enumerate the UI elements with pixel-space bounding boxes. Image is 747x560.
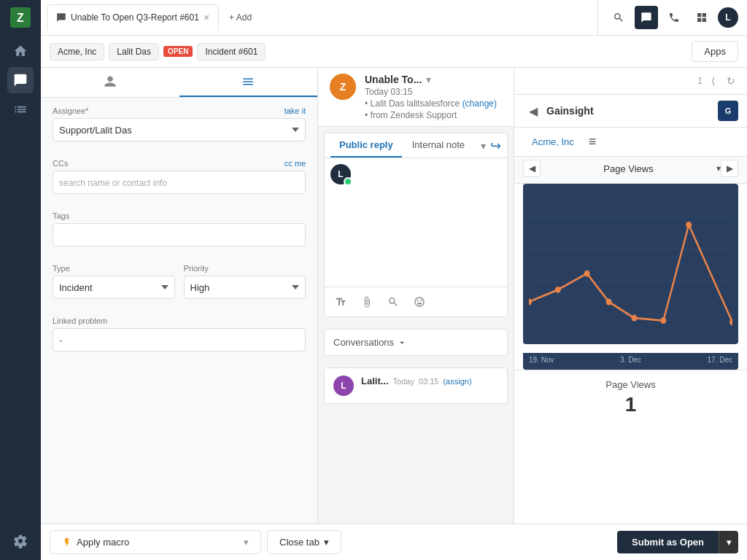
nav-settings-icon[interactable]: [7, 528, 34, 554]
svg-point-10: [631, 315, 637, 322]
breadcrumb-agent[interactable]: Lalit Das: [109, 43, 159, 61]
phone-button[interactable]: [662, 6, 686, 29]
ccs-input[interactable]: [53, 171, 306, 194]
linked-problem-section: Linked problem -: [41, 308, 317, 360]
conversations-section: Conversations: [324, 329, 508, 356]
page-views-label: Page Views: [523, 379, 738, 390]
ticket-sidebar: Assignee* take it Support/Lalit Das CCs …: [41, 68, 318, 524]
add-tab-button[interactable]: + Add: [222, 9, 259, 26]
breadcrumb-toolbar: Acme, Inc Lalit Das OPEN Incident #601 A…: [41, 36, 747, 68]
panel-title: Gainsight: [546, 105, 715, 117]
apps-button[interactable]: Apps: [692, 41, 738, 62]
sidebar-tab-info[interactable]: [179, 68, 318, 97]
chart-x-labels: 19. Nov 3. Dec 17. Dec: [523, 353, 738, 370]
text-format-button[interactable]: [330, 292, 351, 312]
panel-top-row: 1 ⟨ ↻: [514, 68, 747, 95]
panel-collapse-button[interactable]: ⟨: [708, 72, 718, 90]
nav-home-icon[interactable]: [7, 38, 34, 64]
right-panel: 1 ⟨ ↻ ◀ Gainsight G Acme, Inc ≡ ◀ Page V…: [514, 68, 747, 524]
chat-button[interactable]: [635, 6, 658, 29]
tags-input[interactable]: [53, 223, 306, 246]
close-tab-label: Close tab: [279, 537, 320, 548]
assignee-label: Assignee* take it: [53, 106, 306, 115]
conversations-label: Conversations: [333, 337, 394, 348]
panel-refresh-button[interactable]: ↻: [724, 72, 738, 90]
panel-menu-button[interactable]: ≡: [583, 131, 603, 152]
reply-options-button[interactable]: ▾: [481, 140, 486, 152]
left-navigation: Z: [0, 0, 41, 560]
tab-close-icon[interactable]: ×: [204, 12, 209, 23]
close-tab-dropdown-icon: ▾: [324, 537, 329, 548]
reply-avatar: L: [330, 164, 351, 184]
chart-label-nov: 19. Nov: [529, 356, 554, 364]
breadcrumb-company[interactable]: Acme, Inc: [50, 43, 104, 61]
type-select[interactable]: Incident Question Problem Task: [53, 276, 175, 299]
app-logo: Z: [9, 6, 32, 29]
priority-label: Priority: [184, 264, 306, 273]
last-message: L Lalit... Today 03:15 (assign): [324, 368, 508, 404]
panel-company-name[interactable]: Acme, Inc: [523, 131, 583, 153]
sender-avatar: Z: [330, 74, 356, 100]
expand-message-button[interactable]: ▾: [426, 74, 431, 85]
svg-point-7: [555, 287, 561, 293]
submit-section: Submit as Open ▾: [617, 531, 738, 553]
submit-dropdown-button[interactable]: ▾: [719, 531, 738, 553]
message-time2: 03:15: [419, 377, 439, 386]
nav-reporting-icon[interactable]: [7, 96, 34, 122]
reply-body[interactable]: [357, 164, 501, 281]
reply-actions: ▾ ↩: [481, 133, 501, 158]
submit-button[interactable]: Submit as Open: [617, 531, 719, 553]
linked-problem-label: Linked problem: [53, 316, 306, 325]
message-time: Today: [393, 377, 414, 386]
message-content: Lalit... Today 03:15 (assign): [361, 376, 472, 396]
chart-prev-button[interactable]: ◀: [523, 160, 541, 177]
emoji-button[interactable]: [409, 292, 430, 312]
cc-me-link[interactable]: cc me: [285, 159, 306, 168]
apply-macro-button[interactable]: Apply macro ▾: [50, 530, 261, 554]
chart-label-dec17: 17. Dec: [708, 356, 732, 364]
macro-dropdown-icon: ▾: [244, 537, 249, 548]
conversations-toggle[interactable]: Conversations: [333, 337, 498, 348]
add-tab-label: + Add: [229, 12, 252, 23]
submit-label: Submit as Open: [632, 537, 704, 548]
reply-forward-button[interactable]: ↩: [490, 138, 501, 154]
type-field: Type Incident Question Problem Task: [53, 264, 175, 299]
take-it-link[interactable]: take it: [285, 106, 306, 115]
chart-label-dec3: 3. Dec: [620, 356, 641, 364]
breadcrumb-ticket[interactable]: Incident #601: [197, 43, 266, 61]
ticket-tab[interactable]: Unable To Open Q3-Report #601 ×: [47, 4, 219, 31]
page-views-chart: [523, 184, 738, 344]
priority-select[interactable]: Low Normal High Urgent: [184, 276, 306, 299]
gainsight-header: ◀ Gainsight G: [514, 95, 747, 128]
sidebar-tabs: [41, 68, 317, 98]
sender-name: Lalit Das: [371, 98, 405, 109]
attachment-button[interactable]: [357, 292, 377, 312]
tags-section: Tags: [41, 203, 317, 255]
user-avatar[interactable]: L: [718, 7, 738, 28]
svg-point-12: [686, 222, 692, 228]
panel-prev-button[interactable]: ◀: [523, 101, 543, 121]
reply-toolbar: [325, 287, 507, 316]
message-source: • from Zendesk Support: [365, 110, 497, 120]
internal-note-tab[interactable]: Internal note: [403, 133, 473, 158]
public-reply-tab[interactable]: Public reply: [330, 133, 402, 158]
linked-problem-value[interactable]: -: [53, 328, 306, 351]
ticket-subject: Unable To...: [365, 74, 422, 85]
search-button[interactable]: [607, 6, 630, 29]
main-area: Unable To Open Q3-Report #601 × + Add L: [41, 0, 747, 560]
nav-tickets-icon[interactable]: [7, 67, 34, 93]
sidebar-tab-user[interactable]: [41, 68, 179, 97]
svg-point-13: [729, 319, 732, 325]
change-link[interactable]: (change): [462, 98, 497, 109]
assign-link[interactable]: (assign): [443, 377, 471, 386]
message-info: Unable To... ▾ Today 03:15 • Lalit Das l…: [365, 74, 497, 120]
ccs-label: CCs cc me: [53, 159, 306, 168]
chart-next-button[interactable]: ▶: [721, 160, 738, 177]
message-sender: Lalit...: [361, 376, 389, 386]
assignee-select[interactable]: Support/Lalit Das: [53, 118, 306, 141]
search-kb-button[interactable]: [383, 292, 403, 312]
grid-button[interactable]: [690, 6, 713, 29]
reply-tabs: Public reply Internal note ▾ ↩: [325, 133, 507, 158]
close-tab-button[interactable]: Close tab ▾: [267, 530, 341, 554]
content-area: Assignee* take it Support/Lalit Das CCs …: [41, 68, 747, 524]
